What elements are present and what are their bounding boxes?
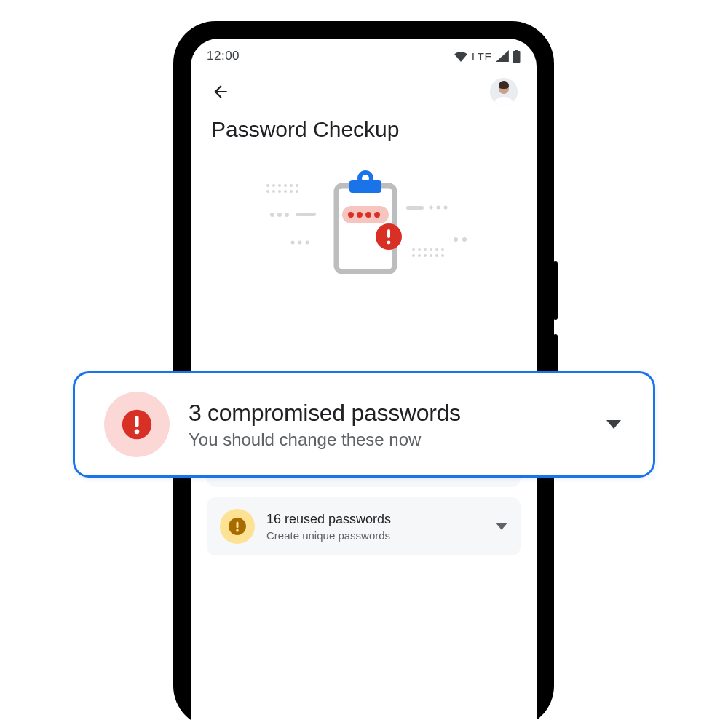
svg-rect-30 [387,229,390,238]
network-label: LTE [472,50,492,63]
svg-point-12 [290,190,293,193]
svg-point-13 [296,190,298,193]
card-title: 16 reused passwords [266,511,484,528]
svg-point-36 [412,248,415,251]
svg-point-34 [436,206,440,210]
svg-point-2 [266,184,269,187]
svg-point-14 [270,213,274,217]
svg-rect-17 [296,213,316,216]
clock-label: 12:00 [207,49,240,63]
back-button[interactable] [208,79,233,104]
clipboard-illustration-icon [218,170,510,286]
svg-point-33 [429,206,432,210]
battery-icon [513,50,521,63]
svg-point-10 [278,190,281,193]
svg-point-18 [290,241,294,245]
chevron-down-icon [606,417,621,432]
phone-side-button [553,261,558,320]
svg-point-39 [430,248,432,251]
svg-point-44 [424,254,427,257]
svg-point-27 [365,212,371,218]
svg-point-26 [357,212,363,218]
card-subtitle: Create unique passwords [266,529,484,542]
signal-icon [496,50,509,62]
svg-point-9 [272,190,275,193]
svg-point-35 [443,206,447,210]
status-icons: LTE [454,50,521,63]
svg-point-3 [272,184,275,187]
page-title: Password Checkup [191,110,537,148]
chevron-down-icon [496,521,507,532]
hero-illustration [191,148,537,305]
svg-point-19 [298,241,301,245]
svg-point-8 [266,190,269,193]
svg-point-16 [285,213,289,217]
callout-title: 3 compromised passwords [189,400,587,427]
wifi-icon [454,50,468,62]
svg-point-4 [278,184,281,187]
svg-point-7 [296,184,298,187]
svg-point-11 [284,190,287,193]
svg-rect-32 [406,206,424,210]
danger-icon [104,392,170,457]
svg-point-46 [435,254,438,257]
svg-point-37 [418,248,421,251]
svg-point-20 [305,241,309,245]
svg-rect-57 [135,416,138,427]
avatar[interactable] [490,78,518,106]
svg-point-28 [374,212,380,218]
alert-circle-icon [121,408,153,440]
app-bar [191,68,537,110]
svg-point-45 [430,254,432,257]
warning-icon [220,509,255,544]
svg-point-49 [462,237,467,242]
svg-point-25 [348,212,354,218]
callout-subtitle: You should change these now [189,430,587,450]
svg-point-42 [412,254,415,257]
status-bar: 12:00 LTE [191,39,537,68]
svg-point-40 [435,248,438,251]
svg-point-6 [290,184,293,187]
svg-point-47 [441,254,444,257]
svg-point-41 [441,248,444,251]
svg-point-23 [360,173,371,184]
svg-point-58 [135,430,140,435]
svg-point-38 [424,248,427,251]
svg-point-15 [277,213,282,217]
svg-point-5 [284,184,287,187]
avatar-icon [490,78,518,106]
phone-side-button [553,334,558,373]
svg-point-55 [236,529,239,532]
reused-passwords-card[interactable]: 16 reused passwords Create unique passwo… [207,497,521,555]
svg-rect-54 [236,522,238,529]
alert-circle-icon [228,517,247,536]
svg-point-43 [418,254,421,257]
svg-point-31 [387,241,390,245]
compromised-passwords-callout[interactable]: 3 compromised passwords You should chang… [73,371,655,478]
arrow-left-icon [211,82,230,101]
svg-point-48 [454,237,458,242]
